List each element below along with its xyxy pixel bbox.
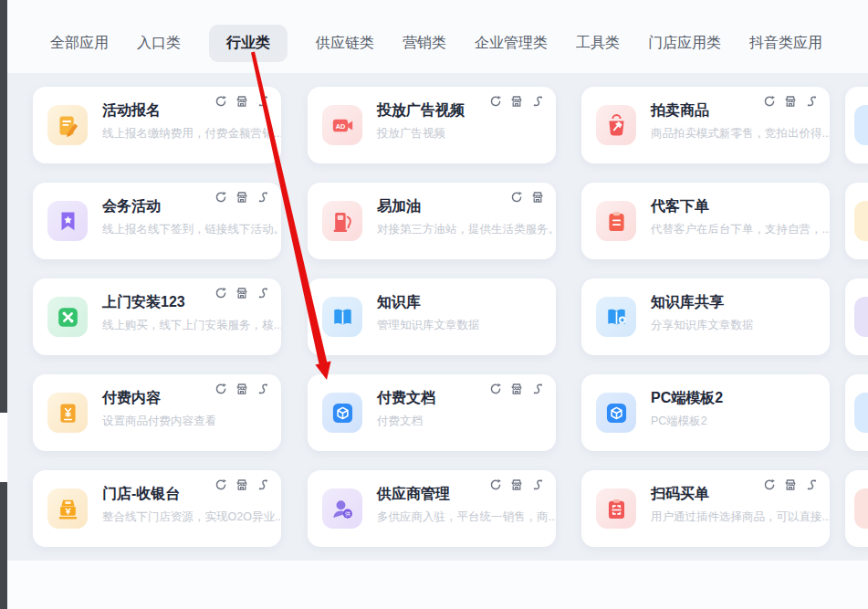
- app-subtitle: 线上报名缴纳费用，付费金额营销...: [102, 126, 281, 142]
- link-icon[interactable]: [531, 478, 544, 491]
- app-card-huodong-baoming[interactable]: 活动报名 线上报名缴纳费用，付费金额营销...: [33, 87, 281, 163]
- app-title: 知识库共享: [651, 293, 724, 312]
- refresh-icon[interactable]: [214, 191, 227, 204]
- card-actions: [510, 191, 544, 204]
- link-icon[interactable]: [531, 383, 544, 395]
- card-actions: [214, 191, 269, 204]
- tab-tools[interactable]: 工具类: [576, 25, 620, 62]
- svg-text:供: 供: [344, 510, 350, 517]
- app-card-fufei-wendang[interactable]: 付费文档 付费文档: [308, 374, 556, 451]
- app-title: 会务活动: [102, 197, 161, 216]
- shop-icon[interactable]: [784, 95, 797, 108]
- app-title: 拍卖商品: [651, 101, 709, 121]
- shop-icon[interactable]: [235, 287, 248, 299]
- tab-enterprise[interactable]: 企业管理类: [475, 25, 548, 62]
- refresh-icon[interactable]: [214, 383, 227, 395]
- link-icon[interactable]: [531, 95, 544, 108]
- svg-text:AD: AD: [335, 121, 345, 130]
- partial-card[interactable]: [845, 470, 868, 547]
- app-title: 供应商管理: [377, 485, 450, 504]
- refresh-icon[interactable]: [214, 478, 227, 491]
- tab-supply-chain[interactable]: 供应链类: [316, 25, 374, 62]
- card-actions: [763, 95, 818, 108]
- shop-icon[interactable]: [235, 95, 248, 108]
- partial-card[interactable]: [845, 374, 868, 451]
- partial-card[interactable]: [845, 278, 868, 355]
- fuel-pump-icon: [322, 201, 362, 241]
- app-subtitle: 代替客户在后台下单，支持自营，...: [651, 222, 830, 237]
- app-card-paimai-shangpin[interactable]: 拍卖商品 商品拍卖模式新零售，竞拍出价得...: [581, 87, 830, 163]
- cube-icon: [322, 393, 362, 433]
- bookmark-star-icon: [47, 201, 88, 241]
- partial-card[interactable]: [845, 183, 868, 259]
- app-card-huiwu-huodong[interactable]: 会务活动 线上报名线下签到，链接线下活动。: [33, 183, 281, 259]
- app-card-shangmen-anzhuang[interactable]: 上门安装123 线上购买，线下上门安装服务，核...: [33, 278, 281, 355]
- refresh-icon[interactable]: [510, 191, 523, 204]
- shop-icon[interactable]: [510, 478, 523, 491]
- tab-store-apps[interactable]: 门店应用类: [648, 25, 721, 62]
- category-tab-bar: 全部应用 入口类 行业类 供应链类 营销类 企业管理类 工具类 门店应用类 抖音…: [50, 25, 822, 62]
- app-title: PC端模板2: [651, 389, 723, 408]
- card-actions: [214, 95, 269, 108]
- app-title: 上门安装123: [102, 293, 185, 312]
- shop-icon[interactable]: [784, 478, 797, 491]
- app-card-fufei-neirong[interactable]: 付费内容 设置商品付费内容查看: [33, 374, 281, 451]
- app-subtitle: PC端模板2: [651, 414, 707, 429]
- tab-marketing[interactable]: 营销类: [403, 25, 446, 62]
- app-subtitle: 对接第三方油站，提供生活类服务。: [377, 222, 556, 237]
- window-edge-bottom: [0, 482, 7, 609]
- shop-icon[interactable]: [510, 95, 523, 108]
- link-icon[interactable]: [256, 95, 269, 108]
- app-card-daike-xiadan[interactable]: 代客下单 代替客户在后台下单，支持自营，...: [581, 183, 830, 259]
- app-title: 活动报名: [102, 101, 161, 121]
- app-subtitle: 多供应商入驻，平台统一销售，商...: [377, 509, 556, 525]
- refresh-icon[interactable]: [489, 478, 502, 491]
- shop-icon[interactable]: [235, 478, 248, 491]
- link-icon[interactable]: [256, 287, 269, 299]
- refresh-icon[interactable]: [489, 95, 502, 108]
- refresh-icon[interactable]: [214, 287, 227, 299]
- book-share-icon: [596, 297, 636, 337]
- tab-entry[interactable]: 入口类: [137, 25, 181, 62]
- app-subtitle: 管理知识库文章数据: [377, 318, 480, 333]
- app-card-pc-moban2[interactable]: PC端模板2 PC端模板2: [581, 374, 830, 451]
- refresh-icon[interactable]: [214, 95, 227, 108]
- card-actions: [214, 478, 269, 491]
- card-actions: [489, 478, 544, 491]
- app-title: 代客下单: [651, 197, 709, 216]
- tab-all-apps[interactable]: 全部应用: [50, 25, 109, 62]
- app-subtitle: 投放广告视频: [377, 126, 445, 142]
- app-icon-partial: [854, 105, 868, 145]
- link-icon[interactable]: [805, 478, 818, 491]
- app-title: 投放广告视频: [377, 101, 465, 121]
- app-card-zhishiku[interactable]: 知识库 管理知识库文章数据: [308, 278, 556, 355]
- app-title: 知识库: [377, 293, 421, 312]
- card-actions: [214, 383, 269, 395]
- app-subtitle: 分享知识库文章数据: [651, 318, 754, 333]
- app-subtitle: 线上报名线下签到，链接线下活动。: [102, 222, 281, 237]
- shop-icon[interactable]: [510, 383, 523, 395]
- app-card-gongyingshang-guanli[interactable]: 供 供应商管理 多供应商入驻，平台统一销售，商...: [308, 470, 556, 547]
- app-icon-partial: [854, 488, 868, 529]
- app-card-zhishiku-gongxiang[interactable]: 知识库共享 分享知识库文章数据: [581, 278, 830, 355]
- link-icon[interactable]: [805, 95, 818, 108]
- partial-card[interactable]: [845, 87, 868, 163]
- refresh-icon[interactable]: [763, 478, 776, 491]
- app-card-saoma-maidan[interactable]: 扫码买单 用户通过插件选择商品，可以直接...: [581, 470, 830, 547]
- link-icon[interactable]: [256, 191, 269, 204]
- shop-icon[interactable]: [531, 191, 544, 204]
- app-icon-partial: [854, 201, 868, 241]
- shop-icon[interactable]: [235, 383, 248, 395]
- link-icon[interactable]: [256, 383, 269, 395]
- app-card-toufang-guanggao[interactable]: AD 投放广告视频 投放广告视频: [308, 87, 556, 163]
- refresh-icon[interactable]: [763, 95, 776, 108]
- tab-douyin-apps[interactable]: 抖音类应用: [749, 25, 822, 62]
- link-icon[interactable]: [256, 478, 269, 491]
- paid-doc-icon: [47, 393, 88, 433]
- shop-icon[interactable]: [235, 191, 248, 204]
- tab-industry[interactable]: 行业类: [209, 25, 288, 62]
- refresh-icon[interactable]: [489, 383, 502, 395]
- app-card-mendian-shouyintai[interactable]: 门店-收银台 整合线下门店资源，实现O2O异业...: [33, 470, 281, 547]
- ad-video-icon: AD: [322, 105, 362, 145]
- app-card-yijiayou[interactable]: 易加油 对接第三方油站，提供生活类服务。: [308, 183, 556, 259]
